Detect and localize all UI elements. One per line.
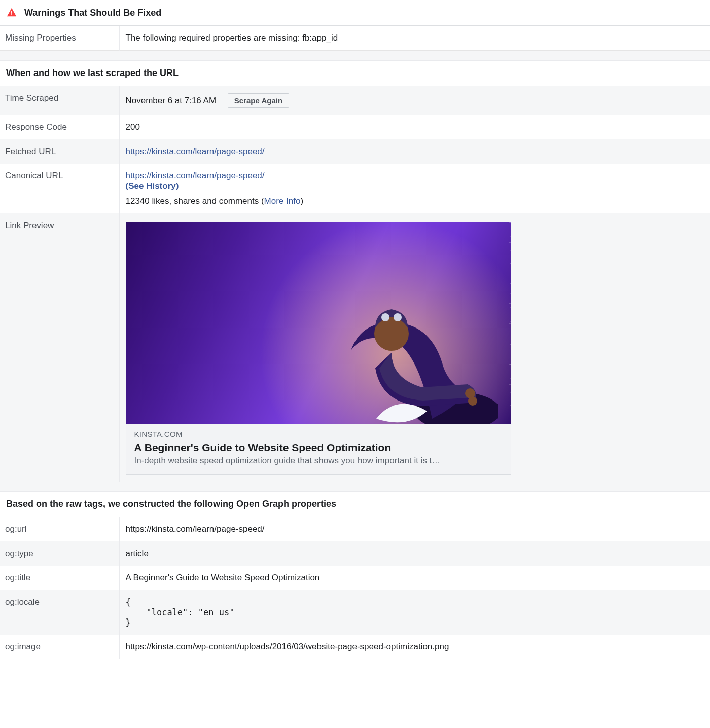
table-row: Response Code 200 (0, 115, 710, 139)
scrape-table: Time Scraped November 6 at 7:16 AM Scrap… (0, 86, 710, 482)
fetched-url-link[interactable]: https://kinsta.com/learn/page-speed/ (126, 147, 265, 156)
og-value: A Beginner's Guide to Website Speed Opti… (119, 566, 710, 590)
link-preview-card[interactable]: KINSTA.COM A Beginner's Guide to Website… (126, 222, 511, 475)
section-gap (0, 482, 710, 492)
time-scraped-label: Time Scraped (0, 86, 119, 115)
link-preview-label: Link Preview (0, 213, 119, 482)
svg-rect-0 (11, 11, 12, 13)
driver-illustration (315, 292, 498, 424)
warnings-title: Warnings That Should Be Fixed (24, 8, 161, 18)
svg-point-4 (381, 313, 389, 321)
section-gap (0, 51, 710, 61)
canonical-url-link[interactable]: https://kinsta.com/learn/page-speed/ (126, 171, 265, 180)
table-row: og:urlhttps://kinsta.com/learn/page-spee… (0, 517, 710, 541)
fetched-url-label: Fetched URL (0, 139, 119, 164)
preview-domain: KINSTA.COM (134, 430, 503, 439)
scrape-again-button[interactable]: Scrape Again (228, 93, 289, 108)
table-row: og:typearticle (0, 541, 710, 566)
canonical-url-label: Canonical URL (0, 164, 119, 213)
svg-point-3 (374, 316, 409, 351)
engagement-suffix: ) (300, 196, 303, 206)
response-code-label: Response Code (0, 115, 119, 139)
scrape-title: When and how we last scraped the URL (6, 68, 179, 79)
see-history-link[interactable]: (See History) (126, 181, 179, 191)
og-title: Based on the raw tags, we constructed th… (6, 499, 336, 509)
og-value: https://kinsta.com/learn/page-speed/ (119, 517, 710, 541)
og-key: og:type (0, 541, 119, 566)
svg-point-7 (468, 396, 477, 406)
warning-label: Missing Properties (0, 26, 119, 51)
svg-point-2 (414, 392, 498, 424)
og-key: og:url (0, 517, 119, 541)
more-info-link[interactable]: More Info (264, 196, 301, 206)
warnings-header: Warnings That Should Be Fixed (0, 0, 710, 26)
og-value: https://kinsta.com/wp-content/uploads/20… (119, 635, 710, 659)
table-row: Time Scraped November 6 at 7:16 AM Scrap… (0, 86, 710, 115)
scrape-header: When and how we last scraped the URL (0, 61, 710, 86)
svg-point-6 (465, 388, 475, 398)
svg-point-5 (394, 313, 402, 321)
og-value: { "locale": "en_us" } (119, 590, 710, 635)
svg-rect-1 (11, 14, 12, 15)
og-value: article (119, 541, 710, 566)
og-key: og:image (0, 635, 119, 659)
preview-title: A Beginner's Guide to Website Speed Opti… (134, 442, 503, 454)
time-scraped-value: November 6 at 7:16 AM (126, 96, 217, 105)
table-row: og:locale{ "locale": "en_us" } (0, 590, 710, 635)
warning-text: The following required properties are mi… (119, 26, 710, 51)
table-row: og:imagehttps://kinsta.com/wp-content/up… (0, 635, 710, 659)
og-table: og:urlhttps://kinsta.com/learn/page-spee… (0, 517, 710, 659)
warning-icon (6, 7, 17, 18)
table-row: Canonical URL https://kinsta.com/learn/p… (0, 164, 710, 213)
og-header: Based on the raw tags, we constructed th… (0, 492, 710, 517)
og-key: og:title (0, 566, 119, 590)
table-row: Fetched URL https://kinsta.com/learn/pag… (0, 139, 710, 164)
og-key: og:locale (0, 590, 119, 635)
preview-image (126, 222, 511, 424)
response-code-value: 200 (119, 115, 710, 139)
warnings-table: Missing Properties The following require… (0, 26, 710, 51)
engagement-text: 12340 likes, shares and comments ( (126, 196, 264, 206)
preview-desc: In-depth website speed optimization guid… (134, 456, 503, 466)
table-row: og:titleA Beginner's Guide to Website Sp… (0, 566, 710, 590)
table-row: Link Preview (0, 213, 710, 482)
